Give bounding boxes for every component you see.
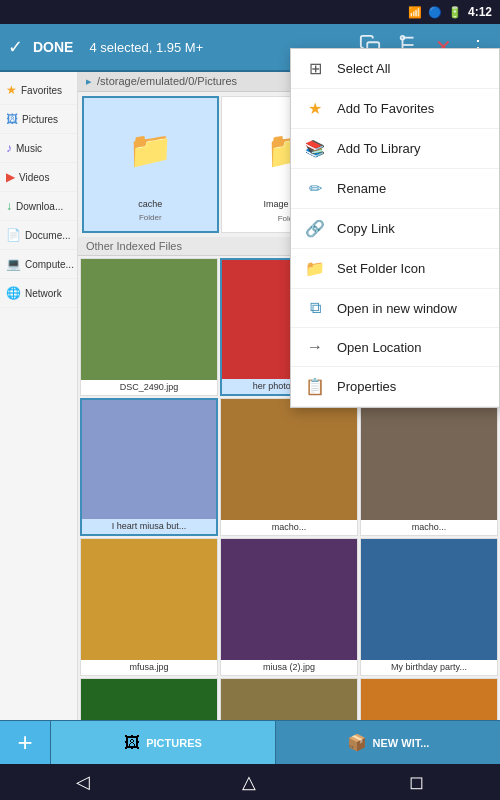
sidebar-favorites-label: Favorites	[21, 85, 62, 96]
sidebar-item-favorites[interactable]: ★Favorites	[0, 76, 77, 105]
path-arrow: ▸	[86, 75, 92, 87]
sidebar-item-computer[interactable]: 💻Compute...	[0, 250, 77, 279]
image-puppydogeyes1-thumb	[221, 679, 357, 720]
menu-open-new-window-icon: ⧉	[305, 299, 325, 317]
sidebar-documents-icon: 📄	[6, 228, 21, 242]
menu-open-location-icon: →	[305, 338, 325, 356]
image-heart-miusa2[interactable]: I heart miusa but...	[80, 398, 218, 536]
image-heart-miusa2-label: I heart miusa but...	[110, 519, 189, 534]
check-icon: ✓	[8, 36, 23, 58]
image-macho2[interactable]: macho...	[360, 398, 498, 536]
image-dsc2490[interactable]: DSC_2490.jpg	[80, 258, 218, 396]
image-birthday-party1-label: My birthday party...	[389, 660, 469, 675]
sidebar-network-label: Network	[25, 288, 62, 299]
image-macho[interactable]: macho...	[220, 398, 358, 536]
status-bar: 📶 🔵 🔋 4:12	[0, 0, 500, 24]
image-miusa2-thumb	[221, 539, 357, 660]
sidebar-network-icon: 🌐	[6, 286, 21, 300]
menu-item-add-library[interactable]: 📚 Add To Library	[291, 129, 499, 169]
menu-item-open-new-window[interactable]: ⧉ Open in new window	[291, 289, 499, 328]
back-button[interactable]: ◁	[76, 771, 90, 793]
nav-bar: ◁ △ ◻	[0, 764, 500, 800]
menu-properties-label: Properties	[337, 379, 396, 394]
image-heart-miusa2-thumb	[82, 400, 216, 519]
image-birthday-party1[interactable]: My birthday party...	[360, 538, 498, 676]
image-macho2-thumb	[361, 399, 497, 520]
sidebar-downloads-icon: ↓	[6, 199, 12, 213]
sidebar-videos-icon: ▶	[6, 170, 15, 184]
sidebar-music-icon: ♪	[6, 141, 12, 155]
sidebar-item-music[interactable]: ♪Music	[0, 134, 77, 163]
path-text: /storage/emulated/0/Pictures	[97, 75, 237, 87]
menu-add-library-label: Add To Library	[337, 141, 421, 156]
image-dsc2490-thumb	[81, 259, 217, 380]
tab-bar: + 🖼 PICTURES 📦 NEW WIT...	[0, 720, 500, 764]
wifi-icon: 📶	[408, 6, 422, 19]
menu-item-open-location[interactable]: → Open Location	[291, 328, 499, 367]
folder-icon: 📁	[128, 129, 173, 171]
menu-item-properties[interactable]: 📋 Properties	[291, 367, 499, 407]
folder-cache[interactable]: 📁 cache Folder	[82, 96, 219, 233]
image-mfusa[interactable]: mfusa.jpg	[80, 538, 218, 676]
tab-new-wit-label: NEW WIT...	[373, 737, 430, 749]
done-button[interactable]: DONE	[33, 39, 73, 55]
image-birthday-party1-thumb	[361, 539, 497, 660]
menu-rename-icon: ✏	[305, 179, 325, 198]
menu-item-set-folder-icon[interactable]: 📁 Set Folder Icon	[291, 249, 499, 289]
tab-pictures-icon: 🖼	[124, 734, 140, 752]
image-macho-thumb	[221, 399, 357, 520]
image-birthday-party2[interactable]: My birthday party...	[80, 678, 218, 720]
image-puppydogeyes2-thumb	[361, 679, 497, 720]
menu-select-all-label: Select All	[337, 61, 390, 76]
folder-cache-label: cache	[136, 197, 164, 212]
recents-button[interactable]: ◻	[409, 771, 424, 793]
plus-icon: +	[17, 727, 32, 758]
status-time: 4:12	[468, 5, 492, 19]
home-button[interactable]: △	[242, 771, 256, 793]
sidebar-videos-label: Videos	[19, 172, 49, 183]
menu-item-select-all[interactable]: ⊞ Select All	[291, 49, 499, 89]
tab-pictures[interactable]: 🖼 PICTURES	[50, 721, 275, 764]
folder-cache-thumb: 📁	[84, 104, 217, 197]
sidebar-pictures-icon: 🖼	[6, 112, 18, 126]
sidebar-item-pictures[interactable]: 🖼Pictures	[0, 105, 77, 134]
sidebar-pictures-label: Pictures	[22, 114, 58, 125]
menu-properties-icon: 📋	[305, 377, 325, 396]
sidebar-item-documents[interactable]: 📄Docume...	[0, 221, 77, 250]
tab-new-wit[interactable]: 📦 NEW WIT...	[275, 721, 500, 764]
menu-set-folder-icon-icon: 📁	[305, 259, 325, 278]
sidebar-favorites-icon: ★	[6, 83, 17, 97]
sidebar-item-videos[interactable]: ▶Videos	[0, 163, 77, 192]
image-macho-label: macho...	[270, 520, 309, 535]
menu-copy-link-label: Copy Link	[337, 221, 395, 236]
image-mfusa-thumb	[81, 539, 217, 660]
tab-new-wit-icon: 📦	[347, 733, 367, 752]
image-miusa2[interactable]: miusa (2).jpg	[220, 538, 358, 676]
image-puppydogeyes1[interactable]: puppydogeyes...	[220, 678, 358, 720]
image-mfusa-label: mfusa.jpg	[127, 660, 170, 675]
sidebar-computer-label: Compute...	[25, 259, 74, 270]
menu-open-location-label: Open Location	[337, 340, 422, 355]
menu-set-folder-icon-label: Set Folder Icon	[337, 261, 425, 276]
tab-pictures-label: PICTURES	[146, 737, 202, 749]
menu-open-new-window-label: Open in new window	[337, 301, 457, 316]
sidebar-documents-label: Docume...	[25, 230, 71, 241]
sidebar-item-downloads[interactable]: ↓Downloa...	[0, 192, 77, 221]
image-dsc2490-label: DSC_2490.jpg	[118, 380, 181, 395]
sidebar-music-label: Music	[16, 143, 42, 154]
menu-add-favorites-label: Add To Favorites	[337, 101, 434, 116]
menu-item-copy-link[interactable]: 🔗 Copy Link	[291, 209, 499, 249]
menu-select-all-icon: ⊞	[305, 59, 325, 78]
image-miusa2-label: miusa (2).jpg	[261, 660, 317, 675]
sidebar: ★Favorites🖼Pictures♪Music▶Videos↓Downloa…	[0, 72, 78, 720]
sidebar-downloads-label: Downloa...	[16, 201, 63, 212]
bluetooth-icon: 🔵	[428, 6, 442, 19]
menu-item-rename[interactable]: ✏ Rename	[291, 169, 499, 209]
menu-rename-label: Rename	[337, 181, 386, 196]
add-tab-button[interactable]: +	[0, 721, 50, 764]
context-menu: ⊞ Select All ★ Add To Favorites 📚 Add To…	[290, 48, 500, 408]
menu-item-add-favorites[interactable]: ★ Add To Favorites	[291, 89, 499, 129]
image-puppydogeyes2[interactable]: puppydogeyes...	[360, 678, 498, 720]
sidebar-item-network[interactable]: 🌐Network	[0, 279, 77, 308]
image-birthday-party2-thumb	[81, 679, 217, 720]
